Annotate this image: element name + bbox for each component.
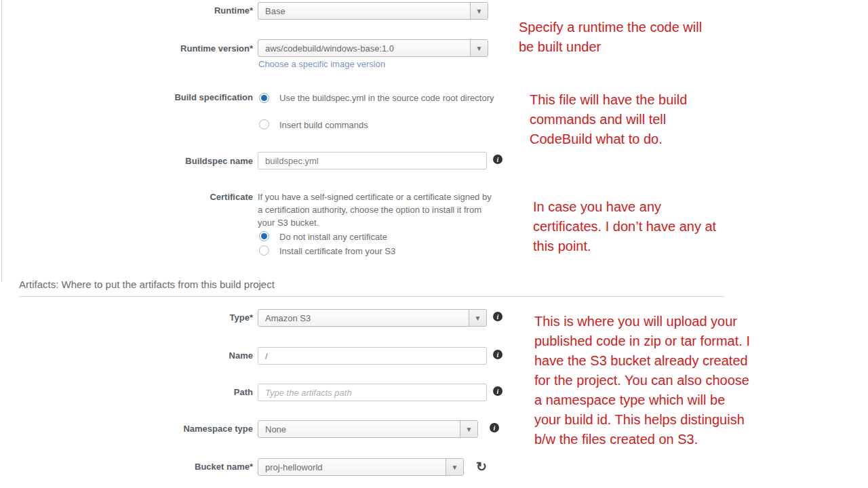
- chevron-down-icon[interactable]: ▼: [469, 310, 486, 326]
- artifacts-type-select[interactable]: Amazon S3 ▼: [258, 309, 487, 327]
- artifacts-path-input[interactable]: [258, 384, 487, 401]
- annotation-line: certificates. I don’t have any at: [533, 217, 716, 237]
- annotation-line: CodeBuild what to do.: [530, 129, 687, 149]
- certificate-label: Certificate: [0, 192, 253, 202]
- namespace-type-select[interactable]: None ▼: [258, 420, 478, 438]
- annotation-line: Specify a runtime the code will: [519, 18, 702, 37]
- runtime-label: Runtime*: [0, 5, 253, 16]
- section-divider: [19, 296, 724, 297]
- annotation-line: This file will have the build: [530, 90, 687, 110]
- artifacts-name-input[interactable]: [258, 347, 487, 365]
- radio-use-buildspec-label: Use the buildspec.yml in the source code…: [279, 92, 498, 104]
- chevron-down-icon[interactable]: ▼: [470, 3, 488, 19]
- radio-install-certificate-label: Install certificate from your S3: [279, 245, 395, 258]
- radio-no-certificate[interactable]: [259, 231, 269, 241]
- annotation-line: commands and will tell: [530, 110, 687, 129]
- choose-image-version-link[interactable]: Choose a specific image version: [258, 59, 385, 69]
- radio-install-certificate[interactable]: [259, 245, 269, 256]
- build-specification-label: Build specification: [0, 92, 253, 102]
- screenshot-left-border: [1, 0, 2, 282]
- radio-use-buildspec[interactable]: [259, 93, 269, 103]
- annotation-line: b/w the files created on S3.: [534, 430, 750, 449]
- annotation-line: This is where you will upload your: [534, 312, 750, 331]
- runtime-select[interactable]: Base ▼: [258, 2, 488, 20]
- annotation-line: have the S3 bucket already created: [534, 351, 750, 371]
- annotation-line: be built under: [519, 37, 702, 57]
- annotation-line: In case you have any: [533, 197, 716, 217]
- radio-no-certificate-label: Do not install any certificate: [279, 231, 387, 243]
- annotation-buildspec: This file will have the build commands a…: [530, 90, 687, 149]
- annotation-line: for the project. You can also choose: [534, 371, 750, 390]
- info-icon[interactable]: i: [493, 386, 502, 396]
- artifacts-section-title: Artifacts: Where to put the artifacts fr…: [19, 279, 275, 290]
- bucket-name-label: Bucket name*: [0, 462, 253, 472]
- artifacts-path-label: Path: [0, 387, 253, 397]
- certificate-description: If you have a self-signed certificate or…: [258, 190, 494, 229]
- annotation-line: your build id. This helps distinguish: [534, 410, 750, 430]
- runtime-select-value: Base: [258, 3, 470, 19]
- annotation-certificate: In case you have any certificates. I don…: [533, 197, 716, 256]
- chevron-down-icon[interactable]: ▼: [460, 421, 477, 437]
- buildspec-name-input[interactable]: [258, 152, 487, 169]
- annotation-artifacts: This is where you will upload your publi…: [534, 312, 750, 449]
- artifacts-name-label: Name: [0, 350, 253, 361]
- buildspec-name-label: Buildspec name: [0, 156, 253, 166]
- artifacts-type-select-value: Amazon S3: [258, 310, 469, 326]
- runtime-version-select-value: aws/codebuild/windows-base:1.0: [258, 40, 470, 56]
- annotation-line: published code in zip or tar format. I: [534, 331, 750, 351]
- annotation-runtime: Specify a runtime the code will be built…: [519, 18, 702, 57]
- radio-insert-build-commands-label: Insert build commands: [279, 119, 368, 131]
- annotation-line: a namespace type which will be: [534, 390, 750, 410]
- chevron-down-icon[interactable]: ▼: [446, 459, 463, 475]
- chevron-down-icon[interactable]: ▼: [470, 40, 488, 56]
- info-icon[interactable]: i: [490, 423, 499, 432]
- artifacts-type-label: Type*: [0, 312, 253, 323]
- annotation-line: this point.: [533, 237, 716, 256]
- bucket-name-select-value: proj-helloworld: [258, 459, 446, 475]
- namespace-type-label: Namespace type: [0, 424, 253, 434]
- namespace-type-select-value: None: [258, 421, 460, 437]
- slide-canvas: Runtime* Base ▼ Runtime version* aws/cod…: [0, 0, 868, 488]
- refresh-icon[interactable]: ↻: [476, 460, 487, 473]
- runtime-version-select[interactable]: aws/codebuild/windows-base:1.0 ▼: [258, 39, 488, 57]
- info-icon[interactable]: i: [493, 350, 502, 359]
- info-icon[interactable]: i: [493, 312, 502, 321]
- info-icon[interactable]: i: [493, 155, 502, 164]
- radio-insert-build-commands[interactable]: [259, 119, 269, 129]
- bucket-name-select[interactable]: proj-helloworld ▼: [258, 458, 464, 476]
- runtime-version-label: Runtime version*: [0, 43, 253, 54]
